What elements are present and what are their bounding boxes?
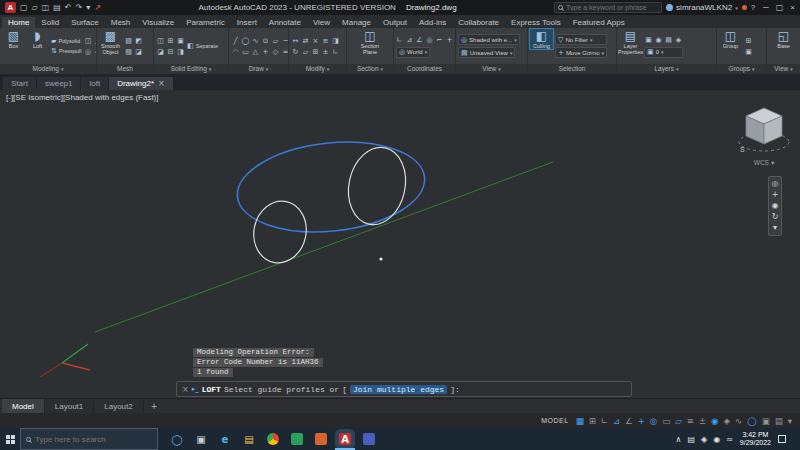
nav-tool-icon[interactable]: +: [772, 191, 779, 199]
tool-icon[interactable]: ▣: [176, 36, 185, 46]
profile-circle-right[interactable]: [342, 142, 413, 230]
file-tab[interactable]: sweep1×: [37, 77, 81, 90]
tool-icon[interactable]: ▱: [271, 36, 280, 46]
tool-icon[interactable]: ▱: [301, 47, 310, 57]
tool-icon[interactable]: ∠: [415, 35, 424, 45]
tool-icon[interactable]: ⇄: [301, 36, 310, 46]
status-toggle-icon[interactable]: ±: [699, 416, 706, 426]
tool-icon[interactable]: ⌐: [435, 35, 444, 45]
app-icon-orange[interactable]: [315, 433, 327, 445]
tool-icon[interactable]: ⊞: [744, 36, 753, 46]
close-command-icon[interactable]: ×: [182, 385, 189, 394]
ribbon-tab[interactable]: Mesh: [105, 17, 137, 28]
taskbar-search-input[interactable]: [35, 435, 145, 444]
autocad-logo-icon[interactable]: A: [5, 2, 16, 13]
green-axis-line[interactable]: [95, 162, 553, 332]
panel-label[interactable]: Draw ▾: [229, 64, 288, 74]
panel-label[interactable]: Modeling ▾: [0, 64, 96, 74]
tool-icon[interactable]: ◠: [231, 47, 240, 57]
tool-icon[interactable]: ∟: [395, 35, 404, 45]
tool-icon[interactable]: ◩: [134, 36, 143, 46]
tool-icon[interactable]: ±: [321, 47, 330, 57]
command-option-join-multiple-edges[interactable]: Join multiple edges: [350, 385, 447, 394]
tool-icon[interactable]: ×: [311, 36, 320, 46]
viewport-controls[interactable]: [-][SE Isometric][Shaded with edges (Fas…: [6, 93, 159, 102]
taskbar-clock[interactable]: 3:42 PM 9/29/2022: [740, 431, 771, 447]
close-button[interactable]: ×: [790, 3, 795, 12]
ribbon-tool-button[interactable]: ◧ Separate: [187, 42, 218, 50]
ribbon-tab[interactable]: View: [307, 17, 336, 28]
tool-icon[interactable]: ⊙: [261, 36, 270, 46]
layout-tab[interactable]: Layout2: [94, 399, 143, 413]
ribbon-tool-button[interactable]: ▰ Polysolid: [51, 37, 82, 45]
ribbon-dropdown[interactable]: ▤ Unsaved View ▾: [458, 47, 515, 58]
tool-icon[interactable]: ∿: [251, 36, 260, 46]
panel-label[interactable]: Section ▾: [347, 64, 393, 74]
tool-icon[interactable]: ╱: [231, 36, 240, 46]
ribbon-tab[interactable]: Parametric: [180, 17, 231, 28]
tool-icon[interactable]: ◨: [331, 36, 340, 46]
status-toggle-icon[interactable]: ▦: [576, 416, 584, 426]
ribbon-tool-button[interactable]: ▩ Smooth Object: [99, 29, 122, 55]
maximize-button[interactable]: ▢: [776, 3, 784, 12]
cortana-icon[interactable]: ◯: [171, 433, 183, 445]
action-center-icon[interactable]: [778, 435, 786, 443]
status-toggle-icon[interactable]: ∿: [735, 416, 742, 426]
status-toggle-icon[interactable]: ⊿: [613, 416, 620, 426]
ucs-select[interactable]: ◎ World ▾: [396, 47, 430, 58]
ribbon-tool-button[interactable]: ◱ Base: [772, 29, 795, 49]
panel-label[interactable]: Mesh: [97, 64, 153, 74]
tool-icon[interactable]: ◇: [94, 47, 97, 57]
quick-access-icon[interactable]: ↶: [65, 3, 72, 12]
tool-icon[interactable]: ◫: [84, 36, 93, 46]
start-button[interactable]: [0, 428, 20, 450]
ribbon-tab[interactable]: Insert: [231, 17, 263, 28]
status-toggle-icon[interactable]: ∟: [601, 416, 608, 426]
ribbon-tool-button[interactable]: ◗ Loft: [26, 29, 49, 49]
tool-icon[interactable]: ⊞: [166, 36, 175, 46]
nav-tool-icon[interactable]: ◉: [772, 202, 779, 210]
user-account-menu[interactable]: simranaWLKN2 ▾: [666, 3, 738, 12]
taskbar-search[interactable]: [20, 428, 158, 450]
status-toggle-icon[interactable]: ≡: [687, 416, 694, 426]
tool-icon[interactable]: ≈: [281, 47, 288, 57]
tray-icon[interactable]: ∧: [676, 435, 682, 444]
share-icon[interactable]: ↗: [94, 3, 101, 12]
ribbon-tab[interactable]: Output: [377, 17, 413, 28]
loft-guide-ellipse[interactable]: [233, 133, 429, 240]
tool-icon[interactable]: ≡: [321, 36, 330, 46]
status-toggle-icon[interactable]: ◎: [650, 416, 657, 426]
wcs-dropdown[interactable]: WCS ▾: [736, 159, 792, 167]
ribbon-tool-button[interactable]: ⇅ Presspull: [51, 47, 82, 55]
ribbon-tab[interactable]: Visualize: [136, 17, 180, 28]
ribbon-dropdown[interactable]: ▽ No Filter ▾: [555, 34, 607, 45]
ribbon-tab[interactable]: Add-ins: [413, 17, 452, 28]
tool-icon[interactable]: ◎: [84, 47, 93, 57]
tray-icon[interactable]: ≈: [726, 435, 733, 444]
status-toggle-icon[interactable]: ▣: [762, 416, 770, 426]
ribbon-tab[interactable]: Featured Apps: [567, 17, 631, 28]
chrome-icon[interactable]: [267, 433, 279, 445]
command-line[interactable]: × ▸_ LOFT Select guide profiles or [ Joi…: [176, 381, 632, 397]
ucs-icon[interactable]: [40, 344, 90, 377]
layout-tab[interactable]: Layout1: [45, 399, 94, 413]
layout-tab[interactable]: Model: [2, 399, 45, 413]
tool-icon[interactable]: +: [445, 35, 454, 45]
ribbon-tool-button[interactable]: ▤ Layer Properties: [619, 29, 642, 55]
panel-label[interactable]: Selection: [528, 64, 616, 74]
ribbon-tool-button[interactable]: ◫ Group: [719, 29, 742, 49]
viewcube-icon[interactable]: S: [737, 104, 791, 154]
viewcube[interactable]: S WCS ▾: [736, 104, 792, 167]
ribbon-tab[interactable]: Manage: [336, 17, 377, 28]
panel-label[interactable]: Modify ▾: [289, 64, 346, 74]
status-toggle-icon[interactable]: ◉: [711, 416, 718, 426]
panel-label[interactable]: Coordinates: [394, 64, 455, 74]
edge-icon[interactable]: e: [219, 433, 231, 445]
quick-access-icon[interactable]: ▢: [20, 3, 28, 12]
ribbon-dropdown[interactable]: ◎ Shaded with e... ▾: [458, 34, 520, 45]
tool-icon[interactable]: ∟: [331, 47, 340, 57]
app-icon-blue[interactable]: [363, 433, 375, 445]
ribbon-tab[interactable]: Collaborate: [452, 17, 505, 28]
ribbon-tab[interactable]: Solid: [35, 17, 65, 28]
tool-icon[interactable]: ▭: [241, 47, 250, 57]
